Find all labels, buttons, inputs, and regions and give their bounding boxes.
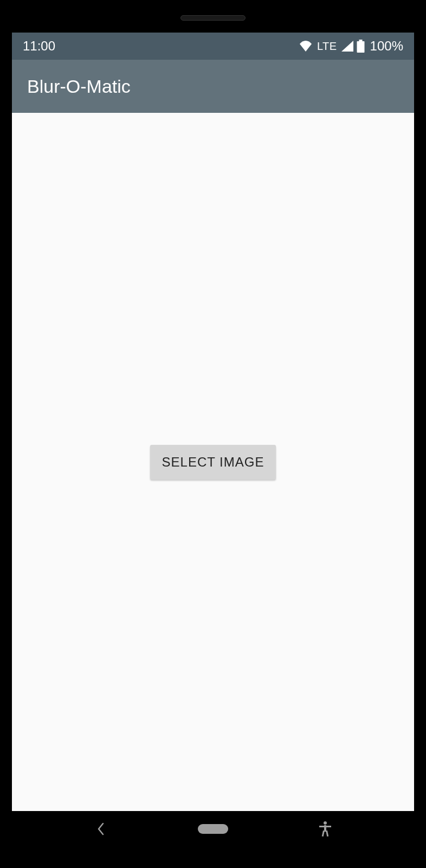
svg-rect-6 <box>326 830 328 836</box>
app-title: Blur-O-Matic <box>27 76 131 97</box>
nav-accessibility-button[interactable] <box>309 813 341 845</box>
svg-rect-5 <box>322 830 325 836</box>
svg-rect-4 <box>319 826 331 827</box>
status-bar: 11:00 LTE <box>12 33 414 60</box>
speaker-slot <box>180 15 246 21</box>
navigation-bar <box>12 811 414 846</box>
status-left: 11:00 <box>23 39 55 54</box>
svg-rect-0 <box>359 40 362 41</box>
nav-back-button[interactable] <box>85 813 117 845</box>
home-pill-icon <box>198 824 228 834</box>
svg-rect-1 <box>357 41 364 53</box>
nav-home-button[interactable] <box>197 813 229 845</box>
status-time: 11:00 <box>23 39 55 54</box>
device-frame: 11:00 LTE <box>0 0 426 868</box>
status-right: LTE 100% <box>299 39 403 54</box>
content-area: SELECT IMAGE <box>12 113 414 811</box>
screen: 11:00 LTE <box>12 33 414 811</box>
app-bar: Blur-O-Matic <box>12 60 414 113</box>
svg-point-2 <box>324 821 327 825</box>
signal-icon <box>341 41 353 52</box>
battery-percent: 100% <box>370 39 403 54</box>
network-label: LTE <box>317 40 337 53</box>
battery-icon <box>357 40 365 53</box>
wifi-icon <box>299 41 313 52</box>
select-image-button[interactable]: SELECT IMAGE <box>150 445 276 480</box>
